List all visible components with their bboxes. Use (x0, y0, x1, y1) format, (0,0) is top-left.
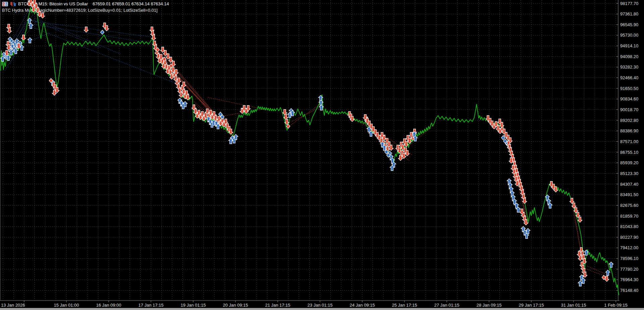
mt4-chart-window: BTCUSD, M15: Bitcoin vs US Dollar 67659.… (0, 0, 644, 310)
buy-arrow-marker (578, 281, 583, 286)
time-axis-label: 20 Jan 09:15 (223, 303, 248, 308)
time-axis-label: 29 Jan 17:15 (519, 303, 544, 308)
price-axis-label: 81859.70 (620, 214, 638, 219)
price-axis-label: 96545.90 (620, 22, 638, 27)
trade-connection-lines (5, 8, 607, 277)
price-axis-label: 85123.30 (620, 171, 638, 176)
price-axis-label: 80227.90 (620, 235, 638, 240)
buy-trade-line (35, 21, 101, 48)
price-axis-label: 84307.40 (620, 182, 638, 187)
time-axis[interactable]: 13 Jan 202615 Jan 01:0016 Jan 09:0017 Ja… (1, 301, 628, 308)
buy-arrow-marker (609, 262, 613, 267)
time-axis-label: 1 Feb 09:15 (604, 303, 627, 308)
time-axis-label: 31 Jan 01:15 (561, 303, 586, 308)
price-axis-label: 90834.60 (620, 96, 638, 101)
price-line (1, 6, 619, 295)
price-axis-label: 83491.50 (620, 192, 638, 197)
time-axis-label: 28 Jan 09:15 (476, 303, 501, 308)
price-axis-label: 94098.20 (620, 54, 638, 59)
price-axis-label: 90018.70 (620, 107, 638, 112)
price-axis-label: 87571.00 (620, 139, 638, 144)
time-axis-label: 25 Jan 17:15 (392, 303, 417, 308)
price-axis-label: 76964.30 (620, 277, 638, 282)
buy-arrow-marker (29, 23, 33, 29)
time-axis-label: 21 Jan 17:15 (265, 303, 290, 308)
price-axis-label: 88386.90 (620, 128, 638, 133)
price-axis-label: 95730.00 (620, 33, 638, 38)
price-axis-label: 94914.10 (620, 43, 638, 48)
price-axis-label: 89202.80 (620, 118, 638, 123)
buy-trade-line (30, 21, 152, 37)
price-axis-label: 98177.70 (620, 1, 638, 6)
sell-arrow-marker (578, 217, 582, 222)
time-axis-label: 19 Jan 01:15 (180, 303, 206, 308)
price-axis-label: 79412.00 (620, 245, 638, 250)
time-axis-label: 27 Jan 01:15 (434, 303, 459, 308)
sell-diamond-marker (602, 275, 606, 280)
price-axis-label: 76148.40 (620, 288, 638, 293)
chart-canvas[interactable]: 98177.7097361.8096545.9095730.0094914.10… (0, 0, 644, 310)
price-axis-label: 81043.80 (620, 224, 638, 229)
time-axis-label: 13 Jan 2026 (1, 303, 25, 308)
price-axis-label: 92466.40 (620, 75, 638, 80)
price-axis-label: 91650.50 (620, 86, 638, 91)
sell-trade-line (571, 199, 585, 272)
price-axis-label: 97361.80 (620, 11, 638, 16)
price-axis-label: 85939.20 (620, 160, 638, 165)
price-axis-label: 86755.10 (620, 150, 638, 155)
price-axis-label: 78596.10 (620, 256, 638, 261)
price-axis-label: 77780.20 (620, 267, 638, 272)
time-axis-label: 23 Jan 01:15 (307, 303, 332, 308)
price-axis-label: 93282.30 (620, 64, 638, 70)
buy-arrow-marker (28, 38, 32, 43)
time-axis-label: 15 Jan 01:00 (54, 303, 79, 308)
buy-trade-line (32, 24, 155, 44)
price-axis-label: 82675.60 (620, 203, 638, 208)
time-axis-label: 24 Jan 09:15 (350, 303, 375, 308)
sell-arrow-marker (84, 27, 89, 32)
time-axis-label: 17 Jan 17:15 (138, 303, 163, 308)
time-axis-label: 16 Jan 09:00 (96, 303, 121, 308)
buy-arrow-marker (606, 270, 610, 275)
trade-markers (1, 0, 613, 286)
window-bottom-edge (0, 308, 644, 310)
